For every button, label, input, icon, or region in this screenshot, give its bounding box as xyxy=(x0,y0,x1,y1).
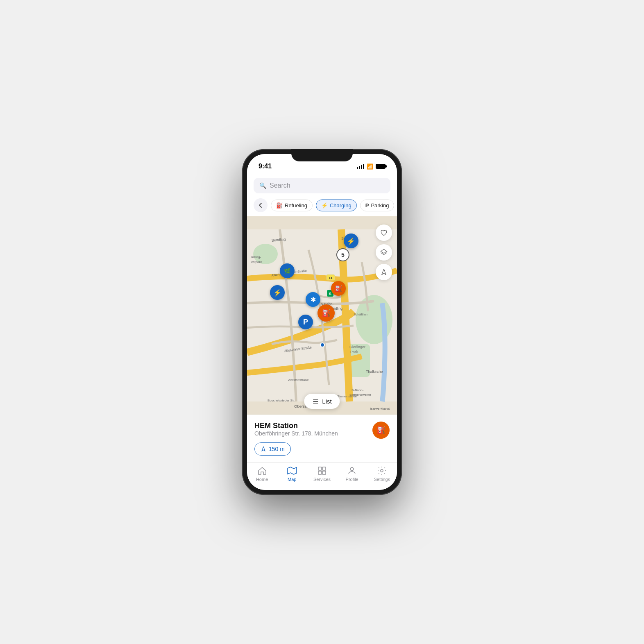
svg-text:S-Bahn-: S-Bahn- xyxy=(351,388,364,392)
svg-text:Zielstattstraße: Zielstattstraße xyxy=(288,378,309,382)
nav-item-profile[interactable]: Profile xyxy=(340,466,364,482)
back-arrow-icon xyxy=(258,202,263,208)
nav-profile-label: Profile xyxy=(346,477,358,482)
station-type-icon: ⛽ xyxy=(376,426,385,435)
wifi-icon: 📶 xyxy=(367,163,373,170)
chip-refueling-label: Refueling xyxy=(285,202,307,209)
station-card[interactable]: HEM Station Oberföhringer Str. 178, Münc… xyxy=(247,415,397,462)
distance-label: 150 m xyxy=(269,446,285,452)
feature-pin-icon: 🌿 xyxy=(280,263,295,278)
svg-rect-30 xyxy=(318,467,322,470)
chip-charging[interactable]: ⚡ Charging xyxy=(316,200,357,211)
battery-icon xyxy=(376,164,385,169)
home-icon xyxy=(257,466,267,476)
svg-text:Schäftlarn: Schäftlarn xyxy=(354,313,368,316)
pin-charging-top[interactable]: ⚡ xyxy=(344,234,358,248)
nav-home-label: Home xyxy=(256,477,268,482)
filter-chips-bar: ⛽ Refueling ⚡ Charging P Parking xyxy=(247,197,397,216)
pin-gas-main[interactable]: ⛽ xyxy=(317,304,335,322)
svg-text:Boschetsrieder Str.: Boschetsrieder Str. xyxy=(268,399,295,402)
svg-text:estpark: estpark xyxy=(251,260,262,264)
gas-pin-right-icon: ⛽ xyxy=(331,281,346,296)
nav-settings-label: Settings xyxy=(374,477,390,482)
chip-charging-label: Charging xyxy=(330,202,351,209)
refueling-icon: ⛽ xyxy=(276,202,283,209)
station-info: HEM Station Oberföhringer Str. 178, Münc… xyxy=(254,422,338,441)
svg-text:Siemenswerke: Siemenswerke xyxy=(349,393,371,397)
map-icon xyxy=(287,466,297,476)
pin-gas-right[interactable]: ⛽ xyxy=(331,281,346,296)
station-name: HEM Station xyxy=(254,422,338,430)
svg-text:Isarwerkkanal: Isarwerkkanal xyxy=(370,407,390,410)
chip-parking[interactable]: P Parking xyxy=(360,200,395,211)
svg-rect-31 xyxy=(322,467,326,470)
layers-icon xyxy=(380,249,388,256)
parking-pin-icon: P xyxy=(298,315,313,329)
station-type-badge: ⛽ xyxy=(372,422,390,439)
list-button[interactable]: List xyxy=(304,394,340,409)
status-time: 9:41 xyxy=(259,163,272,170)
settings-icon xyxy=(377,466,387,476)
nav-map-label: Map xyxy=(288,477,296,482)
favorites-button[interactable] xyxy=(376,224,392,241)
nav-item-services[interactable]: Services xyxy=(310,466,334,482)
status-icons: 📶 xyxy=(357,163,385,170)
profile-icon xyxy=(347,466,357,476)
layers-button[interactable] xyxy=(376,244,392,261)
pin-parking[interactable]: P xyxy=(298,315,313,329)
direction-icon xyxy=(261,446,266,452)
pin-feature-left[interactable]: 🌿 xyxy=(280,263,295,278)
signal-icon xyxy=(357,164,364,169)
gas-pin-main-icon: ⛽ xyxy=(317,304,335,322)
charging-pin-icon: ⚡ xyxy=(344,234,358,248)
svg-text:ndling-: ndling- xyxy=(251,255,261,259)
notch xyxy=(291,149,353,161)
search-bar-container[interactable]: 🔍 Search xyxy=(247,175,397,197)
cluster-number: 5 xyxy=(336,248,349,261)
distance-button[interactable]: 150 m xyxy=(254,442,291,456)
phone-screen: 9:41 📶 🔍 Search xyxy=(247,154,397,490)
svg-text:Thalkirche: Thalkirche xyxy=(366,370,383,374)
charging-icon: ⚡ xyxy=(321,202,328,209)
navigate-icon xyxy=(380,268,388,276)
svg-rect-32 xyxy=(318,471,322,474)
svg-point-34 xyxy=(350,467,354,471)
map-area[interactable]: S Sendling Sendling ndling- estpark Albe… xyxy=(247,216,397,415)
nav-item-map[interactable]: Map xyxy=(280,466,304,482)
station-card-header: HEM Station Oberföhringer Str. 178, Münc… xyxy=(254,422,390,441)
svg-text:11: 11 xyxy=(329,276,333,280)
phone-frame: 9:41 📶 🔍 Search xyxy=(242,149,402,495)
chip-parking-label: Parking xyxy=(371,202,389,209)
cluster-badge-5[interactable]: 5 xyxy=(336,248,349,261)
charging-pin-left-icon: ⚡ xyxy=(270,285,285,300)
nav-item-settings[interactable]: Settings xyxy=(370,466,394,482)
station-address: Oberföhringer Str. 178, München xyxy=(254,430,338,437)
bottom-nav: Home Map Services xyxy=(247,462,397,490)
location-button[interactable] xyxy=(376,264,392,280)
nav-services-label: Services xyxy=(313,477,331,482)
search-placeholder: Search xyxy=(270,182,290,189)
nav-item-home[interactable]: Home xyxy=(250,466,274,482)
pin-charging-left[interactable]: ⚡ xyxy=(270,285,285,300)
chip-refueling[interactable]: ⛽ Refueling xyxy=(271,200,313,211)
user-location-pin xyxy=(320,342,325,347)
heart-icon xyxy=(380,229,388,236)
services-icon xyxy=(317,466,327,476)
parking-icon: P xyxy=(365,202,369,209)
back-button[interactable] xyxy=(254,198,268,212)
svg-text:Park: Park xyxy=(350,350,358,354)
search-icon: 🔍 xyxy=(259,182,266,189)
map-controls xyxy=(376,224,392,280)
search-input[interactable]: 🔍 Search xyxy=(254,178,390,193)
svg-rect-33 xyxy=(322,471,326,474)
svg-point-35 xyxy=(381,469,383,472)
list-button-label: List xyxy=(322,398,331,405)
list-icon xyxy=(312,398,319,405)
location-dot-icon xyxy=(320,342,325,347)
svg-text:Gierlinger: Gierlinger xyxy=(349,345,365,349)
